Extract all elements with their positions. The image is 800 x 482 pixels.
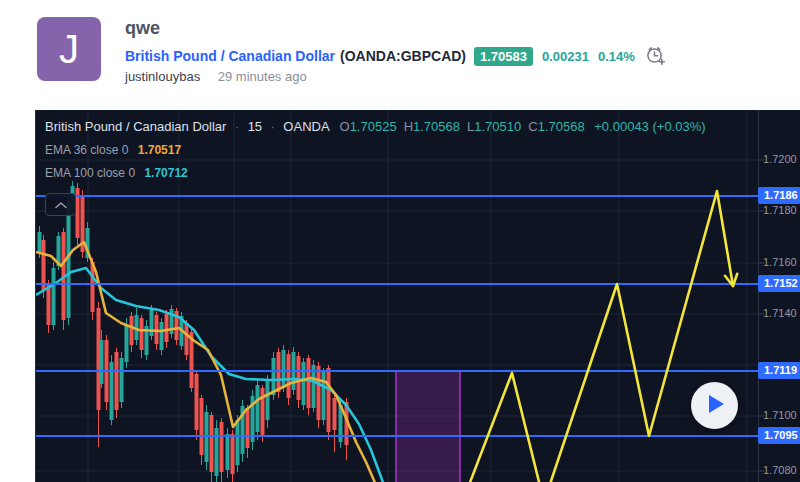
symbol-ticker: (OANDA:GBPCAD): [340, 48, 466, 64]
play-icon: [708, 394, 725, 418]
legend-change: +0.00043 (+0.03%): [594, 119, 705, 134]
chart-legend-main[interactable]: British Pound / Canadian Dollar · 15 · O…: [45, 119, 706, 134]
axis-price-label: 1.7100: [763, 409, 797, 421]
axis-price-badge: 1.7186: [758, 187, 800, 204]
author-link[interactable]: justinlouybas: [125, 69, 200, 84]
timestamp: 29 minutes ago: [218, 69, 307, 84]
legend-interval: 15: [248, 119, 262, 134]
byline: justinlouybas 29 minutes ago: [125, 69, 307, 84]
ohlc-values: O1.70525H1.70568L1.70510C1.70568: [333, 119, 585, 134]
axis-price-label: 1.7160: [763, 256, 797, 268]
idea-title[interactable]: qwe: [125, 18, 160, 39]
ohlc-letter: H: [404, 119, 413, 134]
change-percent: 0.14%: [598, 49, 635, 64]
axis-price-label: 1.7180: [763, 204, 797, 216]
legend-symbol: British Pound / Canadian Dollar: [45, 119, 226, 134]
symbol-row: British Pound / Canadian Dollar (OANDA:G…: [125, 45, 666, 67]
ohlc-value: 1.70568: [413, 119, 460, 134]
axis-price-label: 1.7080: [763, 464, 797, 476]
ohlc-value: 1.70525: [350, 119, 397, 134]
axis-price-badge: 1.7095: [758, 427, 800, 444]
avatar[interactable]: J: [37, 17, 101, 81]
chevron-up-icon: [54, 196, 68, 214]
play-button[interactable]: [691, 382, 738, 429]
indicator-value: 1.70517: [138, 143, 181, 157]
change-absolute: 0.00231: [542, 49, 589, 64]
ohlc-value: 1.70510: [474, 119, 521, 134]
legend-separator: ·: [271, 120, 275, 134]
ohlc-value: 1.70568: [538, 119, 585, 134]
indicator-row-ema36[interactable]: EMA 36 close 0 1.70517: [45, 143, 181, 157]
idea-header: J qwe British Pound / Canadian Dollar (O…: [0, 0, 800, 110]
alarm-clock-plus-icon[interactable]: [645, 44, 666, 70]
indicator-row-ema100[interactable]: EMA 100 close 0 1.70712: [45, 166, 188, 180]
chart-panel[interactable]: British Pound / Canadian Dollar · 15 · O…: [35, 110, 800, 482]
indicator-value: 1.70712: [144, 166, 187, 180]
legend-exchange: OANDA: [283, 119, 329, 134]
indicator-label: EMA 36 close 0: [45, 143, 128, 157]
axis-price-label: 1.7140: [763, 307, 797, 319]
ohlc-letter: O: [340, 119, 350, 134]
legend-collapse-button[interactable]: [45, 193, 76, 216]
axis-price-badge: 1.7119: [758, 362, 800, 379]
legend-separator: ·: [235, 120, 239, 134]
axis-price-badge: 1.7152: [758, 275, 800, 292]
symbol-link[interactable]: British Pound / Canadian Dollar: [125, 48, 335, 64]
price-badge[interactable]: 1.70583: [474, 47, 533, 66]
ohlc-letter: C: [528, 119, 537, 134]
axis-price-label: 1.7200: [763, 153, 797, 165]
indicator-label: EMA 100 close 0: [45, 166, 135, 180]
